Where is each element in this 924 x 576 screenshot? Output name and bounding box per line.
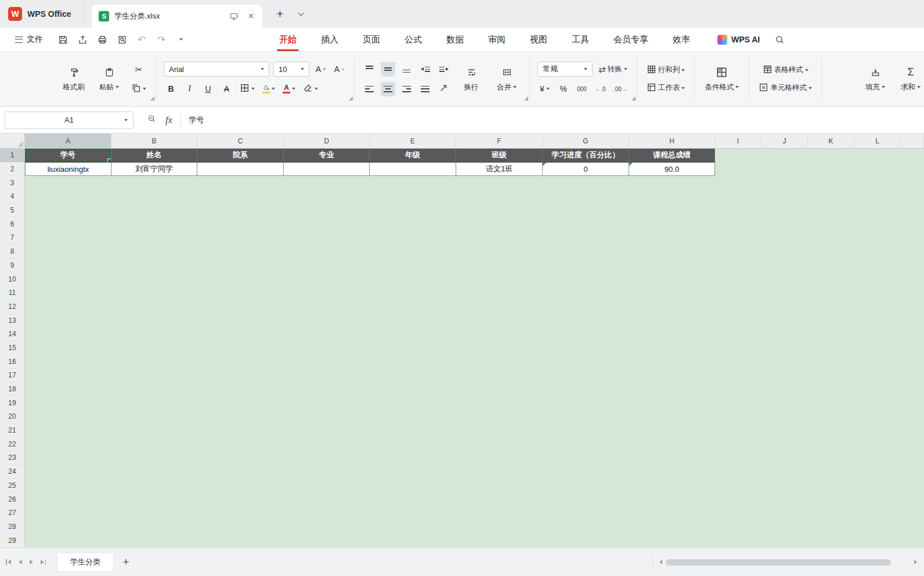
row-header-29[interactable]: 29 [0, 534, 25, 548]
cell-F7[interactable] [456, 231, 543, 245]
table-style-button[interactable]: 表格样式 [757, 63, 814, 77]
scroll-left-icon[interactable] [659, 560, 662, 564]
cell-C12[interactable] [197, 300, 284, 314]
cell-F18[interactable] [456, 383, 543, 397]
cell-L28[interactable] [854, 520, 901, 534]
cell-C25[interactable] [197, 479, 284, 493]
menu-tab-插入[interactable]: 插入 [309, 28, 351, 51]
convert-button[interactable]: ⇄ 转换 [597, 62, 629, 77]
cell-I6[interactable] [715, 217, 761, 231]
cell-B7[interactable] [111, 231, 197, 245]
cell-L2[interactable] [854, 163, 901, 177]
cell-B13[interactable] [111, 314, 197, 327]
cell-D1[interactable]: 专业 [284, 149, 370, 163]
cell-F22[interactable] [456, 437, 543, 451]
cell-D28[interactable] [284, 520, 370, 534]
cell-H27[interactable] [629, 506, 715, 520]
cell-B10[interactable] [111, 272, 197, 286]
cell-L7[interactable] [854, 231, 901, 245]
font-color-button[interactable]: A [281, 82, 297, 96]
cell-H19[interactable] [629, 396, 715, 410]
cell-M28[interactable] [901, 520, 924, 534]
cell-H18[interactable] [629, 383, 715, 397]
cell-E23[interactable] [370, 451, 456, 465]
cell-J20[interactable] [761, 410, 808, 424]
save-button[interactable] [56, 33, 70, 46]
cell-M21[interactable] [901, 424, 924, 438]
cell-K11[interactable] [808, 286, 854, 300]
cell-I17[interactable] [715, 369, 761, 383]
cell-B6[interactable] [111, 217, 197, 231]
cell-F14[interactable] [456, 327, 543, 341]
cell-A14[interactable] [25, 327, 111, 341]
cell-J25[interactable] [761, 479, 808, 493]
cell-F29[interactable] [456, 534, 543, 548]
app-home-button[interactable]: W WPS Office [0, 0, 85, 28]
document-tab[interactable]: S 学生分类.xlsx × [91, 4, 263, 28]
decrease-font-size-button[interactable]: A− [332, 62, 346, 77]
cell-G24[interactable] [543, 465, 629, 479]
row-header-18[interactable]: 18 [0, 383, 25, 397]
cell-K5[interactable] [808, 204, 854, 218]
cell-G10[interactable] [543, 272, 629, 286]
wrap-text-button[interactable]: 换行 [456, 57, 486, 101]
cell-M1[interactable] [901, 149, 924, 163]
cell-C6[interactable] [197, 217, 284, 231]
cell-J12[interactable] [761, 300, 808, 314]
menu-tab-会员专享[interactable]: 会员专享 [601, 28, 660, 51]
cell-G19[interactable] [543, 396, 629, 410]
cell-C5[interactable] [197, 204, 284, 218]
cell-E19[interactable] [370, 396, 456, 410]
row-header-24[interactable]: 24 [0, 465, 25, 479]
cell-K28[interactable] [808, 520, 854, 534]
cell-H8[interactable] [629, 245, 715, 259]
cell-J10[interactable] [761, 272, 808, 286]
cell-E17[interactable] [370, 369, 456, 383]
cell-E13[interactable] [370, 314, 456, 327]
cell-C24[interactable] [197, 465, 284, 479]
cell-C17[interactable] [197, 369, 284, 383]
menu-tab-公式[interactable]: 公式 [392, 28, 434, 51]
cell-H11[interactable] [629, 286, 715, 300]
cell-A1[interactable]: 学号 [25, 149, 111, 163]
cell-E27[interactable] [370, 506, 456, 520]
cell-E2[interactable] [370, 163, 456, 177]
cell-G6[interactable] [543, 217, 629, 231]
decrease-indent-button[interactable] [418, 62, 432, 77]
cell-L11[interactable] [854, 286, 901, 300]
cell-M5[interactable] [901, 204, 924, 218]
cell-H4[interactable] [629, 190, 715, 204]
cell-G25[interactable] [543, 479, 629, 493]
cell-I8[interactable] [715, 245, 761, 259]
cell-G20[interactable] [543, 410, 629, 424]
cell-B28[interactable] [111, 520, 197, 534]
cell-G1[interactable]: 学习进度（百分比） [543, 149, 629, 163]
cell-G5[interactable] [543, 204, 629, 218]
cell-A11[interactable] [25, 286, 111, 300]
cell-F17[interactable] [456, 369, 543, 383]
cell-D4[interactable] [284, 190, 370, 204]
cell-J9[interactable] [761, 259, 808, 273]
cell-E16[interactable] [370, 355, 456, 369]
cell-B17[interactable] [111, 369, 197, 383]
cell-I27[interactable] [715, 506, 761, 520]
cell-I5[interactable] [715, 204, 761, 218]
cell-L27[interactable] [854, 506, 901, 520]
cell-E11[interactable] [370, 286, 456, 300]
cell-B20[interactable] [111, 410, 197, 424]
cell-B2[interactable]: 刘宵宁同学 [111, 163, 197, 177]
align-middle-button[interactable] [381, 62, 395, 77]
cell-A3[interactable] [25, 176, 111, 190]
cell-C2[interactable] [197, 163, 284, 177]
horizontal-scrollbar[interactable] [657, 559, 919, 566]
cell-K16[interactable] [808, 355, 854, 369]
cell-A27[interactable] [25, 506, 111, 520]
column-header-D[interactable]: D [284, 134, 370, 148]
cell-L3[interactable] [854, 176, 901, 190]
cell-A20[interactable] [25, 410, 111, 424]
cell-J11[interactable] [761, 286, 808, 300]
cell-D7[interactable] [284, 231, 370, 245]
cell-J17[interactable] [761, 369, 808, 383]
cell-F28[interactable] [456, 520, 543, 534]
cell-C3[interactable] [197, 176, 284, 190]
